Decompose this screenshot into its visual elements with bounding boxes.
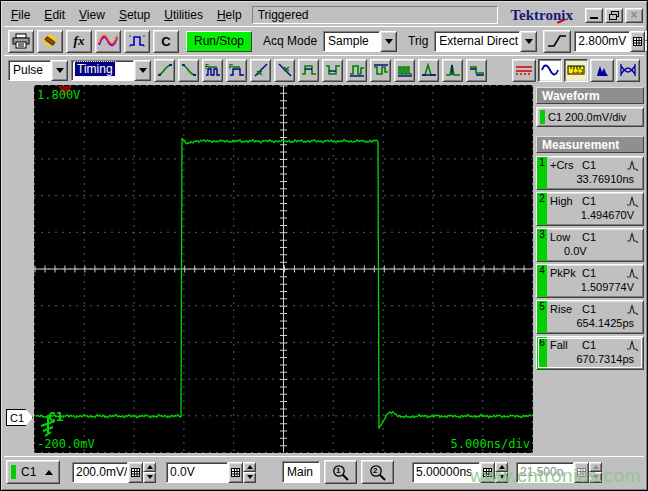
trig-source-select[interactable]: External Direct <box>434 31 537 52</box>
meas-class-select[interactable]: Pulse <box>8 60 68 81</box>
meas-group-select[interactable]: Timing <box>71 60 151 81</box>
rise-time-icon <box>157 63 173 77</box>
pos-overshoot-icon <box>421 63 437 77</box>
vertical-offset-value[interactable]: 0.0V <box>166 462 228 483</box>
histogram-mode-button[interactable] <box>590 59 614 82</box>
menu-help[interactable]: Help <box>210 5 249 25</box>
vertical-offset-keypad-button[interactable] <box>228 462 243 483</box>
vertical-scale-field[interactable]: 200.0mV/ <box>72 462 156 483</box>
cursors-button[interactable] <box>512 59 536 82</box>
timebase-view-button[interactable]: Main <box>282 461 320 483</box>
channel-marker[interactable]: C1 <box>6 409 33 426</box>
spin-up-button[interactable] <box>243 462 256 473</box>
measurement-value: 670.7314ps <box>550 353 640 365</box>
acq-mode-select[interactable]: Sample <box>323 31 397 52</box>
trig-level-value[interactable]: 2.800mV <box>574 31 630 52</box>
measurement-item-5[interactable]: 5 RiseC1 654.1425ps <box>536 300 644 334</box>
pos-duty-cycle-button[interactable] <box>346 59 367 82</box>
measurement-panel-header: Measurement <box>536 136 644 153</box>
measurement-number: 1 <box>537 157 547 189</box>
pos-overshoot-button[interactable] <box>418 59 439 82</box>
neg-duty-cycle-button[interactable] <box>370 59 391 82</box>
channel-select-button[interactable]: C1 <box>6 460 60 484</box>
spin-up-button[interactable] <box>495 462 508 473</box>
spin-down-button <box>589 472 602 483</box>
spin-up-button[interactable] <box>143 462 156 473</box>
pulse-setup-button[interactable] <box>124 30 150 53</box>
measurement-item-6[interactable]: 6 FallC1 670.7314ps <box>536 336 644 370</box>
run-stop-button[interactable]: Run/Stop <box>186 31 252 52</box>
menu-edit[interactable]: Edit <box>37 5 72 25</box>
flat-top-button[interactable] <box>466 59 487 82</box>
fall-time-button[interactable] <box>178 59 199 82</box>
measure-mode-button[interactable]: 1.2.3 <box>564 59 588 82</box>
frequency-button[interactable]: F <box>202 59 223 82</box>
horizontal-delay-keypad-button[interactable] <box>574 462 589 483</box>
vertical-scale-value[interactable]: 200.0mV/ <box>72 462 128 483</box>
minimize-button[interactable] <box>585 8 603 23</box>
measurement-source: C1 <box>582 303 602 315</box>
measurement-item-4[interactable]: 4 PkPkC1 1.509774V <box>536 264 644 298</box>
neg-slew-rate-button[interactable] <box>274 59 295 82</box>
meas-class-value: Pulse <box>8 60 51 81</box>
math-button[interactable]: fx <box>66 30 92 53</box>
print-button[interactable] <box>8 30 34 53</box>
menu-file[interactable]: File <box>4 5 37 25</box>
spin-up-icon <box>593 465 599 469</box>
magnifier-icon <box>332 464 350 481</box>
menu-view[interactable]: View <box>72 5 112 25</box>
left-gutter: C1 <box>4 85 34 453</box>
spin-down-button[interactable] <box>495 472 508 483</box>
measurement-item-3[interactable]: 3 LowC1 0.0V <box>536 228 644 262</box>
spin-down-button[interactable] <box>143 472 156 483</box>
printer-icon <box>12 33 30 49</box>
trig-slope-button[interactable] <box>543 30 571 53</box>
measurement-item-1[interactable]: 1 +CrsC1 33.76910ns <box>536 156 644 190</box>
waveform-database-button[interactable] <box>95 30 121 53</box>
vertical-offset-field[interactable]: 0.0V <box>166 462 256 483</box>
meas-group-dropdown-button[interactable] <box>134 60 151 81</box>
trig-source-dropdown-button[interactable] <box>520 31 537 52</box>
rise-time-button[interactable] <box>154 59 175 82</box>
pos-width-icon <box>301 63 317 77</box>
horizontal-scale-value[interactable]: 5.00000ns <box>412 462 480 483</box>
fall-time-icon <box>181 63 197 77</box>
zoom-2-button[interactable]: 2 <box>361 460 394 484</box>
meas-class-dropdown-button[interactable] <box>51 60 68 81</box>
system-setup-button[interactable] <box>37 30 63 53</box>
peak-amplitude-button[interactable] <box>442 59 463 82</box>
spin-down-button[interactable] <box>243 472 256 483</box>
pos-width-button[interactable] <box>298 59 319 82</box>
measurement-number: 2 <box>537 193 547 225</box>
measure-mode-icon: 1.2.3 <box>567 63 585 77</box>
trig-level-keypad-button[interactable] <box>630 31 645 52</box>
restore-icon <box>609 11 619 20</box>
spin-down-icon <box>147 475 153 479</box>
trig-level-field[interactable]: 2.800mV <box>574 31 648 52</box>
horizontal-scale-keypad-button[interactable] <box>480 462 495 483</box>
menu-setup[interactable]: Setup <box>112 5 157 25</box>
vertical-scale-spinner <box>143 462 156 483</box>
zoom-1-button[interactable]: 1 <box>324 460 357 484</box>
eye-diagram-button[interactable] <box>616 59 640 82</box>
horizontal-scale-field[interactable]: 5.00000ns <box>412 462 508 483</box>
channel-color-stripe <box>11 465 16 479</box>
restore-button[interactable] <box>605 8 623 23</box>
waveform-mode-button[interactable] <box>538 59 562 82</box>
neg-width-button[interactable] <box>322 59 343 82</box>
burst-width-button[interactable] <box>394 59 415 82</box>
meas-group-value: Timing <box>75 62 115 76</box>
vertical-scale-keypad-button[interactable] <box>128 462 143 483</box>
neg-duty-icon <box>373 63 389 77</box>
period-button[interactable]: F <box>226 59 247 82</box>
pos-slew-rate-button[interactable] <box>250 59 271 82</box>
waveform-item-c1[interactable]: C1 200.0mV/div <box>536 107 644 127</box>
scope-app-window: File Edit View Setup Utilities Help Trig… <box>0 0 648 491</box>
menu-utilities[interactable]: Utilities <box>157 5 210 25</box>
measurement-item-2[interactable]: 2 HighC1 1.494670V <box>536 192 644 226</box>
c-button[interactable]: C <box>153 30 179 53</box>
acq-mode-dropdown-button[interactable] <box>380 31 397 52</box>
scope-display[interactable]: C1 1.800V -200.0mV 5.000ns/div <box>34 85 533 453</box>
horizontal-delay-field: 21.500n <box>516 462 602 483</box>
keypad-icon <box>577 468 586 477</box>
